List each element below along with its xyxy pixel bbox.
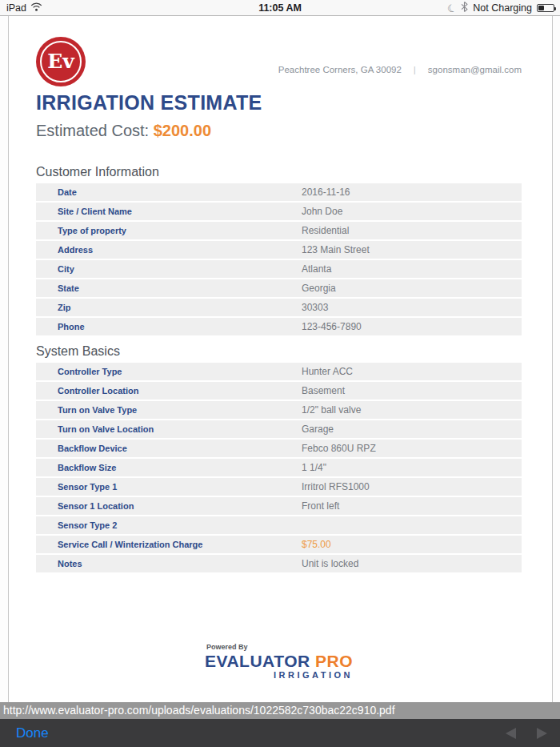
table-row: Phone123-456-7890 (36, 318, 522, 335)
section-heading: System Basics (36, 344, 522, 359)
row-label: Sensor Type 2 (36, 520, 302, 530)
row-label: Site / Client Name (36, 207, 302, 216)
row-value: Hunter ACC (302, 366, 522, 377)
back-arrow-icon[interactable] (506, 728, 516, 739)
section-heading: Customer Information (36, 165, 522, 179)
url-bar: http://www.evaluator-pro.com/uploads/eva… (0, 702, 560, 719)
brand-wordmark: EVALUATOR PRO (205, 652, 353, 671)
row-value: Garage (302, 424, 522, 435)
row-label: Turn on Valve Type (36, 405, 302, 415)
footer-brand: Powered By EVALUATOR PRO IRRIGATION (205, 643, 353, 680)
table-row: CityAtlanta (36, 260, 522, 278)
row-label: Sensor Type 1 (36, 482, 302, 492)
row-value: Residential (302, 225, 522, 236)
row-label: Phone (36, 322, 302, 331)
table-row: Sensor 1 LocationFront left (36, 497, 522, 515)
row-label: Notes (36, 559, 302, 568)
estimated-cost-line: Estimated Cost: $200.00 (36, 122, 522, 140)
row-value: Atlanta (302, 263, 522, 275)
pdf-page: Ev Peachtree Corners, GA 30092 | sgonsma… (8, 16, 553, 702)
row-label: State (36, 283, 302, 293)
row-value: Basement (302, 385, 522, 396)
row-value: 123 Main Street (302, 244, 522, 255)
row-value: John Doe (302, 206, 522, 217)
battery-status-label: Not Charging (473, 2, 532, 14)
bottom-toolbar: Done (0, 719, 560, 747)
row-label: Service Call / Winterization Charge (36, 540, 302, 549)
brand-primary-text: EVALUATOR (205, 652, 310, 670)
row-label: Backflow Device (36, 444, 302, 453)
table-row: Sensor Type 2 (36, 516, 522, 534)
row-value: $75.00 (302, 539, 522, 550)
status-bar: iPad 11:05 AM ☾ Not Charging (0, 0, 560, 16)
row-value: 30303 (302, 302, 522, 313)
contact-separator: | (414, 65, 416, 74)
row-label: Date (36, 187, 302, 197)
brand-accent-text: PRO (315, 652, 353, 670)
table-row: NotesUnit is locked (36, 555, 522, 572)
estimated-cost-label: Estimated Cost: (36, 122, 149, 139)
row-value: Georgia (302, 283, 522, 294)
table-row: Controller LocationBasement (36, 382, 522, 400)
row-label: City (36, 264, 302, 274)
forward-arrow-icon[interactable] (537, 728, 547, 739)
table-row: Turn on Valve Type1/2" ball valve (36, 401, 522, 419)
table-row: Address123 Main Street (36, 241, 522, 259)
status-time: 11:05 AM (258, 2, 302, 14)
row-label: Zip (36, 303, 302, 312)
table-row: Controller TypeHunter ACC (36, 363, 522, 380)
row-label: Controller Type (36, 367, 302, 376)
table-row: Date2016-11-16 (36, 183, 522, 201)
contact-location: Peachtree Corners, GA 30092 (278, 65, 402, 74)
table-row: Zip30303 (36, 299, 522, 316)
table-row: Site / Client NameJohn Doe (36, 203, 522, 220)
row-label: Sensor 1 Location (36, 501, 302, 511)
row-value: 123-456-7890 (302, 321, 522, 332)
row-label: Backflow Size (36, 463, 302, 472)
table-row: Service Call / Winterization Charge$75.0… (36, 536, 522, 553)
row-value: Febco 860U RPZ (302, 443, 522, 454)
estimated-cost-value: $200.00 (154, 122, 211, 139)
company-logo: Ev (36, 37, 86, 86)
table-row: Backflow Size1 1/4" (36, 459, 522, 476)
table-row: Turn on Valve LocationGarage (36, 420, 522, 438)
row-label: Controller Location (36, 386, 302, 396)
row-value: 1 1/4" (302, 462, 522, 473)
bluetooth-icon (461, 2, 468, 14)
powered-by-label: Powered By (206, 643, 353, 651)
row-value: 1/2" ball valve (302, 404, 522, 416)
row-label: Type of property (36, 226, 302, 235)
row-value: Front left (302, 500, 522, 512)
table-row: Backflow DeviceFebco 860U RPZ (36, 440, 522, 457)
info-table: Controller TypeHunter ACCController Loca… (36, 363, 522, 572)
do-not-disturb-moon-icon: ☾ (446, 2, 458, 14)
contact-info: Peachtree Corners, GA 30092 | sgonsman@g… (278, 53, 522, 86)
brand-subtitle: IRRIGATION (205, 670, 353, 680)
logo-monogram: Ev (36, 37, 86, 86)
row-value: Irritrol RFS1000 (302, 481, 522, 492)
done-button[interactable]: Done (16, 725, 49, 741)
row-value: Unit is locked (302, 558, 522, 569)
table-row: StateGeorgia (36, 279, 522, 297)
row-value: 2016-11-16 (302, 187, 522, 198)
document-sections: Customer InformationDate2016-11-16Site /… (36, 165, 522, 572)
info-table: Date2016-11-16Site / Client NameJohn Doe… (36, 183, 522, 335)
pdf-viewer: Ev Peachtree Corners, GA 30092 | sgonsma… (0, 16, 560, 702)
contact-email: sgonsman@gmail.com (428, 65, 522, 74)
row-label: Address (36, 245, 302, 255)
document-header: Ev Peachtree Corners, GA 30092 | sgonsma… (36, 37, 522, 86)
battery-icon (537, 4, 554, 12)
table-row: Sensor Type 1Irritrol RFS1000 (36, 478, 522, 496)
table-row: Type of propertyResidential (36, 222, 522, 239)
page-url: http://www.evaluator-pro.com/uploads/eva… (3, 704, 395, 717)
page-title: IRRIGATION ESTIMATE (36, 91, 522, 114)
row-label: Turn on Valve Location (36, 424, 302, 434)
